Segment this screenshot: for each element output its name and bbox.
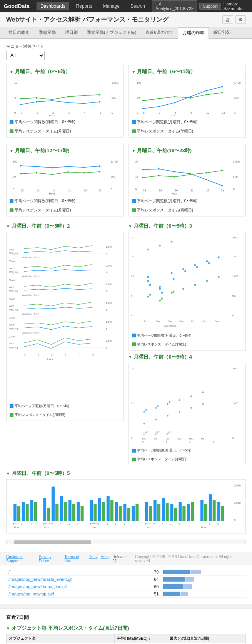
legend-item-blue-2: 平均ページ閲覧数(月曜日、0〜5時) xyxy=(132,119,198,125)
svg-text:2,000: 2,000 xyxy=(232,367,238,370)
tab-4[interactable]: 直近6週の昨年 xyxy=(141,27,178,39)
legend-label-green-3: 平均レスポンス・タイム(月曜日) xyxy=(15,208,71,213)
line-chart-2: 100 50 0 1,400 700 0 6 7 8 9 10 11 Hour xyxy=(132,77,243,116)
page-actions: 🖨 ⚙ xyxy=(222,15,246,24)
svg-rect-239 xyxy=(52,487,55,521)
svg-text:2,000: 2,000 xyxy=(106,302,112,304)
scroll-area[interactable] xyxy=(6,540,246,544)
legend-label-blue-2: 平均ページ閲覧数(月曜日、0〜5時) xyxy=(137,119,198,125)
svg-text:Hour: Hour xyxy=(49,115,55,116)
page-title: Webサイト・アクセス解析 パフォーマンス・モニタリング xyxy=(6,16,169,24)
triangle-icon-6: ▼ xyxy=(129,224,132,228)
svg-point-162 xyxy=(159,286,160,288)
svg-point-202 xyxy=(155,407,157,409)
nav-reports[interactable]: Reports xyxy=(72,2,96,10)
tab-2[interactable]: 曜日別 xyxy=(60,27,82,39)
table-cell-path: /images/top_new/ridashi_event.gif xyxy=(6,576,142,583)
svg-text:4: 4 xyxy=(21,523,23,525)
filter-select[interactable]: All xyxy=(6,51,45,60)
nav-dashboards[interactable]: Dashboards xyxy=(37,2,69,10)
svg-text:(Date): (Date) xyxy=(9,335,15,338)
svg-text:Cnp: Cnp xyxy=(144,320,148,322)
svg-text:2,000: 2,000 xyxy=(106,339,112,342)
triangle-icon-week: ▼ xyxy=(6,626,10,631)
green-dot-6 xyxy=(132,342,136,346)
tab-6[interactable]: 曜日別② xyxy=(209,27,235,39)
svg-point-177 xyxy=(172,291,174,293)
blue-dot-7 xyxy=(132,449,136,453)
svg-point-203 xyxy=(157,405,159,406)
chart-box-4: ▼ 月曜日、午前(18〜23時) 37 18 0 1,600 800 0 18 … xyxy=(129,144,246,216)
svg-point-169 xyxy=(206,260,208,262)
svg-point-88 xyxy=(142,169,144,171)
svg-text:平均_年): 平均_年) xyxy=(9,290,18,292)
main-content: モニター対象サイト All ▼ 月曜日、午前（0〜5時） 10 5 0 1,30… xyxy=(0,39,252,552)
svg-text:Hour: Hour xyxy=(171,192,177,195)
settings-button[interactable]: ⚙ xyxy=(235,15,246,24)
svg-point-211 xyxy=(190,407,192,409)
legend-label-green-7: 平均レスポンス・タイム(羊曜日) xyxy=(137,457,188,462)
bar-chart-svg: 2,000 1,000 0 xyxy=(10,483,242,529)
footer-link-support[interactable]: Customer Support xyxy=(6,555,36,563)
svg-text:4: 4 xyxy=(78,353,80,356)
analytics-dropdown[interactable]: UX Analytics_20130729 xyxy=(152,0,197,12)
svg-rect-263 xyxy=(162,498,165,521)
svg-text:1,400: 1,400 xyxy=(111,160,118,163)
nav-search[interactable]: Search xyxy=(127,2,149,10)
svg-rect-270 xyxy=(191,502,194,521)
tab-3[interactable]: 季節変動(オブジェクト毎) xyxy=(82,27,141,39)
chart-title-4: ▼ 月曜日、午前(18〜23時) xyxy=(132,147,243,154)
svg-point-179 xyxy=(194,284,196,286)
svg-text:20: 20 xyxy=(174,189,177,192)
svg-rect-258 xyxy=(135,504,139,521)
svg-text:100: 100 xyxy=(137,81,141,84)
svg-point-165 xyxy=(182,268,184,270)
svg-text:07/15/...: 07/15/... xyxy=(165,429,172,436)
print-button[interactable]: 🖨 xyxy=(222,15,233,24)
scroll-thumb[interactable] xyxy=(14,540,91,544)
table-cell-path: / xyxy=(6,569,142,576)
svg-point-207 xyxy=(167,415,168,416)
footer-link-help[interactable]: Help xyxy=(101,555,109,563)
svg-point-167 xyxy=(194,264,196,266)
svg-text:12: 12 xyxy=(131,401,134,404)
svg-rect-249 xyxy=(98,498,101,521)
svg-text:Cnp: Cnp xyxy=(167,320,171,322)
svg-text:8: 8 xyxy=(174,111,176,114)
tab-5[interactable]: 月曜の昨年 xyxy=(178,27,209,39)
triangle-icon-5: ▼ xyxy=(6,224,10,228)
svg-text:WC4: WC4 xyxy=(9,248,14,251)
chart-container-1: 10 5 0 1,300 650 0 0 1 2 3 4 5 Hour xyxy=(10,77,120,117)
svg-point-19 xyxy=(20,98,22,99)
svg-text:800: 800 xyxy=(233,175,237,178)
svg-text:0: 0 xyxy=(21,111,22,114)
nav-manage[interactable]: Manage xyxy=(99,2,123,10)
svg-text:7: 7 xyxy=(159,111,160,114)
legend-7: 平均ページ閲覧数(月曜日、0〜5時) 平均レスポンス・タイム(羊曜日) xyxy=(130,446,244,463)
svg-rect-244 xyxy=(72,504,75,521)
svg-point-200 xyxy=(145,409,147,411)
svg-text:Da...: Da... xyxy=(177,437,182,439)
svg-text:18: 18 xyxy=(135,175,138,178)
table-cell-path: /images/top_newtop.swf xyxy=(6,590,142,598)
svg-rect-248 xyxy=(93,504,97,521)
table-cell-value: 79 xyxy=(142,569,161,576)
tab-0[interactable]: 前日の昨年 xyxy=(4,27,34,39)
svg-rect-259 xyxy=(145,502,148,521)
charts-row-1: ▼ 月曜日、午前（0〜5時） 10 5 0 1,300 650 0 0 1 2 xyxy=(6,65,246,138)
svg-point-47 xyxy=(189,97,191,99)
svg-text:Cnp: Cnp xyxy=(203,320,207,322)
svg-rect-232 xyxy=(17,506,20,521)
footer-link-trust[interactable]: Trust xyxy=(89,555,97,563)
tab-1[interactable]: 季節変動 xyxy=(34,27,60,39)
svg-text:0: 0 xyxy=(232,436,234,439)
footer-link-privacy[interactable]: Privacy Policy xyxy=(39,555,62,563)
charts-row-2: ▼ 月曜日、午前(12〜17時) 100 50 0 1,400 700 0 12… xyxy=(6,144,246,216)
support-button[interactable]: Support xyxy=(199,3,221,10)
svg-text:平均_年): 平均_年) xyxy=(9,346,18,349)
table-row: / 79 xyxy=(6,569,246,576)
svg-text:Hour: Hour xyxy=(47,358,53,361)
svg-point-72 xyxy=(67,171,69,173)
legend-item-blue-3: 平均ページ閲覧数(月曜日、0〜5時) xyxy=(10,198,75,204)
footer-link-terms[interactable]: Terms of Use xyxy=(65,555,86,563)
